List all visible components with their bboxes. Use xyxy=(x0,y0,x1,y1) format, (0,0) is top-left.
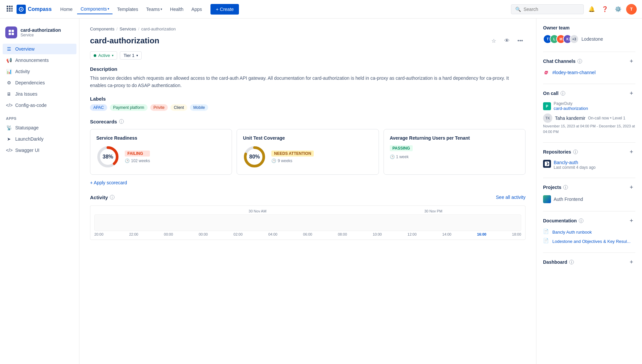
dashboard-add-button[interactable]: + xyxy=(627,258,635,266)
sidebar-item-announcements[interactable]: 📢 Announcements xyxy=(3,55,76,66)
divider-2 xyxy=(543,84,635,84)
sidebar-item-dependencies[interactable]: ⚙ Dependencies xyxy=(3,77,76,88)
create-button[interactable]: + Create xyxy=(210,4,239,15)
owner-avatar-extra: +3 xyxy=(570,34,579,44)
sidebar-item-jira-issues[interactable]: 🖥 Jira Issues xyxy=(3,89,76,99)
repositories-add-button[interactable]: + xyxy=(627,148,635,156)
chat-channels-info-icon[interactable]: i xyxy=(577,59,582,64)
activity-title: Activity xyxy=(90,195,108,200)
projects-add-button[interactable]: + xyxy=(627,183,635,191)
documentation-add-button[interactable]: + xyxy=(627,217,635,225)
activity-info-icon[interactable]: i xyxy=(110,195,115,200)
description-title: Description xyxy=(90,66,526,72)
sidebar-item-overview[interactable]: ☰ Overview xyxy=(3,44,76,54)
divider-6 xyxy=(543,252,635,253)
projects-section: Projects i + Auth Frontend xyxy=(543,183,635,203)
main-content: Components / Services / card-authorizati… xyxy=(79,19,536,364)
svg-rect-11 xyxy=(9,33,11,35)
top-nav: Compass Home Components ▾ Templates Team… xyxy=(0,0,642,19)
oncall-info-icon[interactable]: i xyxy=(561,91,565,96)
projects-info-icon[interactable]: i xyxy=(563,185,568,190)
scorecard-sr-status: FAILING xyxy=(125,151,150,157)
label-payment[interactable]: Payment platform xyxy=(110,104,148,111)
svg-rect-9 xyxy=(9,30,11,32)
nav-health[interactable]: Health xyxy=(167,5,187,14)
star-button[interactable]: ☆ xyxy=(488,35,499,46)
scorecard-unit-test: Unit Test Coverage 80% NEEDS ATTENTION 🕒 xyxy=(237,129,379,175)
divider-3 xyxy=(543,142,635,143)
breadcrumb-services[interactable]: Services xyxy=(119,26,136,31)
scorecards-title: Scorecards xyxy=(90,119,117,124)
breadcrumb-components[interactable]: Components xyxy=(90,26,115,31)
activity-bar-area xyxy=(94,214,521,231)
watch-button[interactable]: 👁 xyxy=(502,35,512,46)
oncall-avatar: TK xyxy=(543,114,552,123)
more-options-button[interactable]: ••• xyxy=(515,35,526,46)
tier-badge[interactable]: Tier 1 ▾ xyxy=(120,51,142,60)
sidebar-item-launchdarkly[interactable]: ➤ LaunchDarkly xyxy=(3,134,76,144)
scorecards-info-icon[interactable]: i xyxy=(119,119,124,124)
sidebar-item-swagger-ui[interactable]: </> Swagger UI xyxy=(3,145,76,156)
sidebar-item-activity[interactable]: 📊 Activity xyxy=(3,66,76,77)
svg-rect-3 xyxy=(7,8,8,10)
help-icon[interactable]: ❓ xyxy=(600,4,610,15)
scorecard-au-weeks: 🕒 1 week xyxy=(390,155,519,159)
dashboard-info-icon[interactable]: i xyxy=(569,260,574,264)
notifications-icon[interactable]: 🔔 xyxy=(586,4,597,15)
search-box[interactable]: 🔍 xyxy=(511,4,584,14)
doc-name-runbook[interactable]: Bancly Auth runbook xyxy=(552,230,592,235)
owner-row: T L M K +3 Lodestone xyxy=(543,34,635,44)
repo-icon xyxy=(543,160,551,168)
svg-rect-7 xyxy=(9,10,11,12)
label-private[interactable]: Privite xyxy=(150,104,168,111)
time-highlight: 16:00 xyxy=(477,232,486,236)
label-mobile[interactable]: Mobile xyxy=(190,104,208,111)
apply-scorecard-link[interactable]: + Apply scorecard xyxy=(90,180,526,185)
pagerduty-row: P PagerDuty card-authorization xyxy=(543,101,635,111)
search-input[interactable] xyxy=(524,7,579,12)
project-name[interactable]: Auth Frontend xyxy=(554,197,583,202)
status-dot xyxy=(94,54,96,57)
repositories-info-icon[interactable]: i xyxy=(573,150,578,154)
nav-templates[interactable]: Templates xyxy=(114,5,142,14)
documentation-section: Documentation i + 📄 Bancly Auth runbook … xyxy=(543,217,635,245)
dependencies-icon: ⚙ xyxy=(6,80,12,85)
scorecard-ut-pct: 80% xyxy=(249,154,260,160)
nav-right: 🔍 🔔 ❓ ⚙️ T xyxy=(511,4,637,15)
doc-icon-runbook: 📄 xyxy=(543,229,550,235)
user-avatar[interactable]: T xyxy=(626,4,637,15)
sidebar-item-config-as-code[interactable]: </> Config-as-code xyxy=(3,100,76,111)
nav-apps[interactable]: Apps xyxy=(188,5,205,14)
scorecard-service-readiness: Service Readiness 38% FAILING 🕒 102 xyxy=(90,129,232,175)
grid-menu-icon[interactable] xyxy=(5,4,14,14)
chat-channel-item[interactable]: #lodey-team-channel xyxy=(543,69,635,76)
doc-name-lodestone[interactable]: Lodestone and Objectives & Key Resul... xyxy=(552,239,630,244)
oncall-add-button[interactable]: + xyxy=(627,89,635,97)
divider-5 xyxy=(543,211,635,211)
settings-icon[interactable]: ⚙️ xyxy=(613,4,623,15)
description-text: This service decides which requests are … xyxy=(90,74,526,89)
sidebar-item-statuspage[interactable]: 📡 Statuspage xyxy=(3,122,76,133)
date-label-pm: 30 Nov PM xyxy=(396,209,471,213)
compass-logo[interactable]: Compass xyxy=(17,5,52,14)
svg-rect-0 xyxy=(7,6,8,7)
status-badge-active[interactable]: Active ▾ xyxy=(90,51,117,60)
slack-channel-name[interactable]: #lodey-team-channel xyxy=(552,70,596,75)
nav-home[interactable]: Home xyxy=(57,5,76,14)
statuspage-icon: 📡 xyxy=(6,125,12,130)
chat-channels-add-button[interactable]: + xyxy=(627,57,635,65)
see-all-activity-link[interactable]: See all activity xyxy=(496,195,526,200)
pagerduty-service-name[interactable]: card-authorization xyxy=(554,106,588,111)
chat-channels-section: Chat Channels i + #lodey-team-channel xyxy=(543,57,635,76)
apps-section-title: APPS xyxy=(3,111,76,122)
projects-title: Projects i xyxy=(543,185,568,190)
label-client[interactable]: Client xyxy=(170,104,187,111)
nav-components[interactable]: Components ▾ xyxy=(77,4,112,14)
label-apac[interactable]: APAC xyxy=(90,104,107,111)
documentation-info-icon[interactable]: i xyxy=(579,218,583,223)
labels-row: APAC Payment platform Privite Client Mob… xyxy=(90,104,526,111)
repo-name[interactable]: Bancly-auth xyxy=(554,160,596,165)
scorecard-sr-donut: 38% xyxy=(96,145,119,168)
project-item-auth-frontend: Auth Frontend xyxy=(543,195,635,203)
nav-teams[interactable]: Teams ▾ xyxy=(143,5,165,14)
